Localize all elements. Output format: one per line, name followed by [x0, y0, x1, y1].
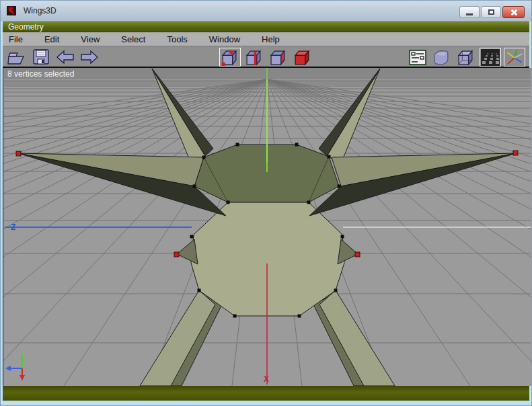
scene-canvas: X Z: [3, 68, 531, 386]
wings3d-window: Wings3D Geometry File Edit View Select T…: [0, 0, 532, 406]
body-cube-icon: [294, 49, 312, 66]
window-title: Wings3D: [24, 6, 56, 15]
smooth-cube-icon: [433, 49, 451, 66]
maximize-icon: [488, 9, 494, 15]
info-line-background: [4, 68, 531, 79]
save-button[interactable]: [30, 48, 52, 67]
ground-plane-toggle-button[interactable]: [480, 48, 501, 67]
save-icon: [32, 48, 50, 66]
view-tool-group: [407, 48, 525, 67]
back-arrow-icon: [56, 50, 75, 65]
menu-select[interactable]: Select: [115, 34, 155, 44]
maximize-button[interactable]: [481, 6, 501, 18]
face-cube-icon: [270, 49, 288, 66]
axes-icon: [505, 49, 524, 66]
menu-tools[interactable]: Tools: [161, 34, 196, 44]
smooth-shading-button[interactable]: [431, 48, 453, 67]
menu-help[interactable]: Help: [256, 34, 289, 44]
minimize-icon: [466, 13, 473, 15]
edge-select-button[interactable]: [243, 48, 265, 67]
x-axis-label: X: [264, 374, 269, 384]
axes-toggle-button[interactable]: [504, 48, 525, 67]
geometry-viewport[interactable]: X Z: [3, 68, 529, 384]
minimize-button[interactable]: [459, 6, 480, 18]
flat-shading-button[interactable]: [455, 48, 477, 67]
face-select-button[interactable]: [268, 48, 289, 67]
open-button[interactable]: [6, 48, 28, 67]
status-info-text: 8 vertices selected: [7, 69, 74, 79]
toolbar: [3, 46, 529, 68]
body-select-button[interactable]: [292, 48, 313, 67]
edge-cube-icon: [245, 49, 264, 66]
wireframe-cube-icon: [457, 49, 476, 66]
undo-button[interactable]: [54, 48, 76, 67]
geometry-window-header[interactable]: Geometry: [3, 21, 529, 32]
caption-buttons: [459, 6, 525, 18]
selection-mode-group: [219, 48, 313, 67]
z-axis-label: Z: [11, 222, 15, 232]
menu-edit[interactable]: Edit: [38, 34, 69, 44]
bottom-status-bar: [3, 384, 529, 401]
close-icon: [510, 9, 517, 16]
menu-view[interactable]: View: [75, 34, 109, 44]
ground-grid-icon: [481, 49, 500, 66]
open-folder-icon: [7, 49, 26, 65]
menu-bar: File Edit View Select Tools Window Help: [3, 32, 529, 46]
vertex-select-button[interactable]: [219, 48, 241, 67]
wings3d-logo-icon: [7, 5, 18, 17]
close-button[interactable]: [502, 6, 525, 18]
dialog-settings-icon: [408, 49, 427, 66]
title-bar[interactable]: Wings3D: [1, 1, 531, 21]
menu-window[interactable]: Window: [203, 34, 250, 44]
preferences-button[interactable]: [407, 48, 428, 67]
geometry-window-title: Geometry: [8, 22, 44, 32]
window-frame: Geometry File Edit View Select Tools Win…: [3, 21, 529, 401]
menu-file[interactable]: File: [3, 34, 32, 44]
redo-button[interactable]: [79, 48, 100, 67]
forward-arrow-icon: [80, 50, 99, 65]
vertex-cube-icon: [221, 49, 239, 66]
file-tool-group: [6, 48, 100, 67]
